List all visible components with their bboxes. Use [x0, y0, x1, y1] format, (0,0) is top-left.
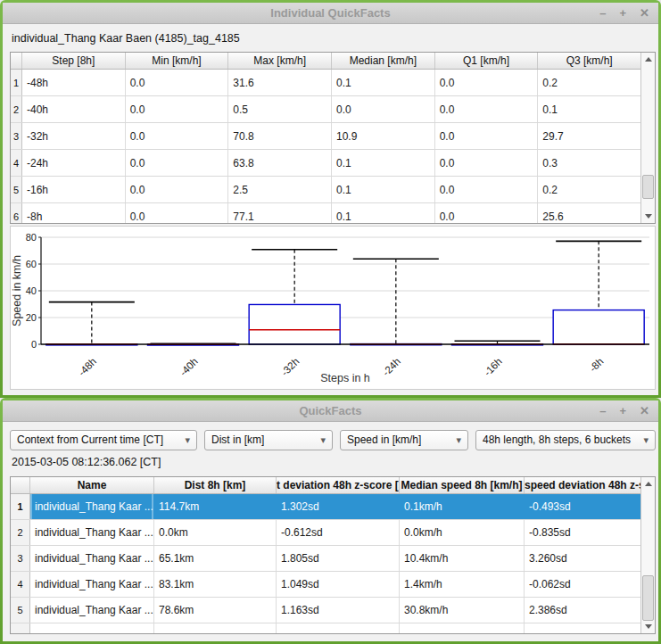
table-cell[interactable]: 2.386sd	[525, 598, 640, 623]
table-cell[interactable]	[154, 623, 277, 633]
column-header[interactable]: Name	[30, 477, 154, 493]
table-cell[interactable]: 1.163sd	[277, 598, 400, 623]
table-cell[interactable]: 0.5	[228, 96, 332, 122]
row-number[interactable]: 1	[11, 70, 22, 95]
scroll-down-button[interactable]	[641, 620, 655, 633]
table-cell[interactable]: -24h	[22, 150, 126, 176]
table-cell[interactable]: 0.0	[332, 96, 435, 122]
row-number[interactable]	[11, 623, 30, 633]
table-cell[interactable]: 2.5	[228, 177, 332, 202]
table-cell[interactable]	[400, 623, 525, 633]
table-row[interactable]: 3-32h0.070.810.90.029.7	[11, 123, 640, 150]
table-cell[interactable]: individual_Thang Kaar ...	[30, 546, 154, 571]
table-cell[interactable]: 0.1	[332, 150, 435, 176]
table-cell[interactable]: 0.1	[538, 96, 640, 122]
table-cell[interactable]: 63.8	[228, 150, 332, 176]
row-number[interactable]: 5	[11, 598, 30, 623]
table-cell[interactable]: 0.0	[126, 203, 229, 223]
table-cell[interactable]: 0.1	[332, 203, 435, 223]
row-number[interactable]: 3	[11, 123, 22, 149]
minimize-button[interactable]: –	[599, 6, 606, 20]
table-cell[interactable]: 83.1km	[154, 572, 277, 597]
table-cell[interactable]: 1.049sd	[277, 572, 400, 597]
table-cell[interactable]: 0.0	[126, 96, 229, 122]
table-cell[interactable]: 1.4km/h	[400, 572, 525, 597]
titlebar[interactable]: QuickFacts – + ✕	[3, 400, 658, 422]
table-row[interactable]: 4individual_Thang Kaar ...83.1km1.049sd1…	[11, 572, 640, 598]
row-number[interactable]: 1	[11, 494, 30, 519]
table-row[interactable]	[11, 623, 640, 633]
table-cell[interactable]: 25.6	[538, 203, 640, 223]
scrollbar-thumb[interactable]	[642, 175, 654, 199]
table-cell[interactable]: -32h	[22, 123, 126, 149]
scroll-up-button[interactable]	[641, 477, 655, 491]
column-header[interactable]: Median [km/h]	[332, 53, 435, 69]
context-dropdown[interactable]: Context from Current time [CT] ▾	[10, 430, 197, 450]
row-number[interactable]: 2	[11, 520, 30, 545]
table-cell[interactable]: 0.0km/h	[400, 520, 525, 545]
column-header[interactable]: Step [8h]	[22, 53, 126, 69]
table-cell[interactable]: individual_Thang Kaar ...	[30, 520, 154, 545]
table-cell[interactable]: 10.9	[332, 123, 435, 149]
table-cell[interactable]: 0.0	[435, 203, 539, 223]
row-number[interactable]: 3	[11, 546, 30, 571]
table-cell[interactable]: 70.8	[228, 123, 332, 149]
column-header[interactable]: Min [km/h]	[126, 53, 229, 69]
table-cell[interactable]: 0.1	[332, 70, 435, 95]
table-cell[interactable]: 0.0	[126, 123, 229, 149]
scroll-down-button[interactable]	[641, 210, 655, 223]
row-number[interactable]: 2	[11, 96, 22, 122]
table-row[interactable]: 2-40h0.00.50.00.00.1	[11, 96, 640, 123]
table-cell[interactable]: -8h	[22, 203, 126, 223]
column-header[interactable]: Q3 [km/h]	[538, 53, 640, 69]
dist-unit-dropdown[interactable]: Dist in [km] ▾	[204, 430, 333, 450]
table-cell[interactable]: 0.1km/h	[400, 494, 525, 519]
bucket-config-dropdown[interactable]: 48h length, 8h steps, 6 buckets ▾	[475, 430, 656, 450]
table-cell[interactable]: 0.2	[538, 70, 640, 95]
table-cell[interactable]: 1.302sd	[277, 494, 400, 519]
table-cell[interactable]: 0.0	[126, 177, 229, 202]
table-cell[interactable]: 0.0	[435, 150, 539, 176]
table-cell[interactable]: 0.0	[435, 177, 539, 202]
close-button[interactable]: ✕	[640, 6, 649, 20]
column-header[interactable]: Q1 [km/h]	[435, 53, 539, 69]
table-cell[interactable]: 0.0	[126, 70, 229, 95]
table-cell[interactable]: -48h	[22, 70, 126, 95]
table-cell[interactable]	[525, 623, 640, 633]
table-cell[interactable]: 31.6	[228, 70, 332, 95]
close-button[interactable]: ✕	[640, 404, 649, 417]
table-cell[interactable]: 0.0	[126, 150, 229, 176]
table-cell[interactable]: 0.1	[332, 177, 435, 202]
table-cell[interactable]: -0.612sd	[277, 520, 400, 545]
table-row[interactable]: 6-8h0.077.10.10.025.6	[11, 203, 640, 223]
maximize-button[interactable]: +	[620, 6, 627, 20]
table-cell[interactable]: 0.0	[435, 96, 539, 122]
table-row[interactable]: 4-24h0.063.80.10.00.3	[11, 150, 640, 177]
row-number[interactable]: 5	[11, 177, 22, 202]
table-cell[interactable]: -0.835sd	[525, 520, 640, 545]
column-header[interactable]: Median speed 8h [km/h]	[400, 477, 525, 493]
vertical-scrollbar[interactable]	[640, 477, 655, 633]
row-number[interactable]: 4	[11, 572, 30, 597]
scroll-up-button[interactable]	[641, 53, 655, 66]
table-cell[interactable]: 78.6km	[154, 598, 277, 623]
table-cell[interactable]: -40h	[22, 96, 126, 122]
table-row[interactable]: 2individual_Thang Kaar ...0.0km-0.612sd0…	[11, 520, 640, 546]
scrollbar-thumb[interactable]	[642, 575, 654, 621]
table-cell[interactable]: individual_Thang Kaar ...	[30, 598, 154, 623]
table-cell[interactable]: -16h	[22, 177, 126, 202]
table-row[interactable]: 1individual_Thang Kaar ...114.7km1.302sd…	[11, 494, 640, 520]
table-row[interactable]: 3individual_Thang Kaar ...65.1km1.805sd1…	[11, 546, 640, 572]
table-cell[interactable]	[30, 623, 154, 633]
table-cell[interactable]: 1.805sd	[277, 546, 400, 571]
table-row[interactable]: 1-48h0.031.60.10.00.2	[11, 70, 640, 96]
row-number[interactable]: 4	[11, 150, 22, 176]
maximize-button[interactable]: +	[620, 404, 627, 417]
table-cell[interactable]: 0.3	[538, 150, 640, 176]
table-cell[interactable]	[277, 623, 400, 633]
table-cell[interactable]: 114.7km	[154, 494, 277, 519]
table-cell[interactable]: 77.1	[228, 203, 332, 223]
table-cell[interactable]: 0.0	[435, 70, 539, 95]
table-cell[interactable]: 10.4km/h	[400, 546, 525, 571]
column-header[interactable]: t deviation 48h z-score [s	[277, 477, 400, 493]
